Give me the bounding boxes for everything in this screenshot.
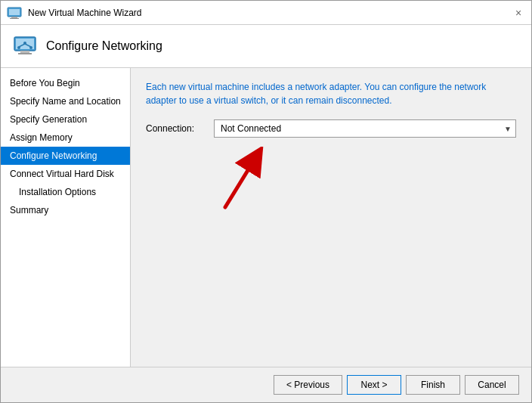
sidebar-item-summary[interactable]: Summary [1,201,130,219]
next-button[interactable]: Next > [347,375,401,395]
sidebar-item-specify-generation[interactable]: Specify Generation [1,110,130,129]
main-content: Each new virtual machine includes a netw… [131,68,531,367]
svg-point-11 [17,46,20,49]
svg-point-12 [29,46,32,49]
connection-label: Connection: [146,123,214,134]
sidebar-item-assign-memory[interactable]: Assign Memory [1,129,130,147]
header-area: Configure Networking [1,25,531,68]
finish-button[interactable]: Finish [406,375,460,395]
header-icon [13,34,37,58]
connection-select-wrap: Not Connected ▼ [214,119,516,138]
sidebar-item-specify-name[interactable]: Specify Name and Location [1,92,130,110]
cancel-button[interactable]: Cancel [465,375,519,395]
sidebar: Before You Begin Specify Name and Locati… [1,68,131,367]
svg-point-10 [23,42,26,45]
connection-select[interactable]: Not Connected [214,119,516,138]
svg-rect-7 [18,53,32,54]
arrow-annotation [214,147,516,215]
content-area: Before You Begin Specify Name and Locati… [1,68,531,367]
sidebar-item-connect-vhd[interactable]: Connect Virtual Hard Disk [1,165,130,183]
sidebar-item-installation-options[interactable]: Installation Options [1,183,130,201]
title-bar-icon [7,7,22,19]
connection-row: Connection: Not Connected ▼ [146,119,516,138]
close-button[interactable]: × [512,6,525,20]
title-bar-text: New Virtual Machine Wizard [28,8,512,18]
sidebar-item-configure-networking[interactable]: Configure Networking [1,147,130,165]
footer: < Previous Next > Finish Cancel [1,367,531,402]
sidebar-item-before-you-begin[interactable]: Before You Begin [1,74,130,92]
red-arrow-icon [214,147,274,215]
description-text: Each new virtual machine includes a netw… [146,80,516,107]
svg-rect-6 [20,51,29,53]
svg-rect-3 [10,18,19,19]
page-title: Configure Networking [46,39,162,53]
wizard-window: New Virtual Machine Wizard × Configure N… [0,0,532,403]
title-bar: New Virtual Machine Wizard × [1,1,531,25]
svg-rect-1 [9,9,20,15]
svg-rect-2 [11,17,17,18]
previous-button[interactable]: < Previous [274,375,342,395]
svg-line-14 [225,158,255,207]
